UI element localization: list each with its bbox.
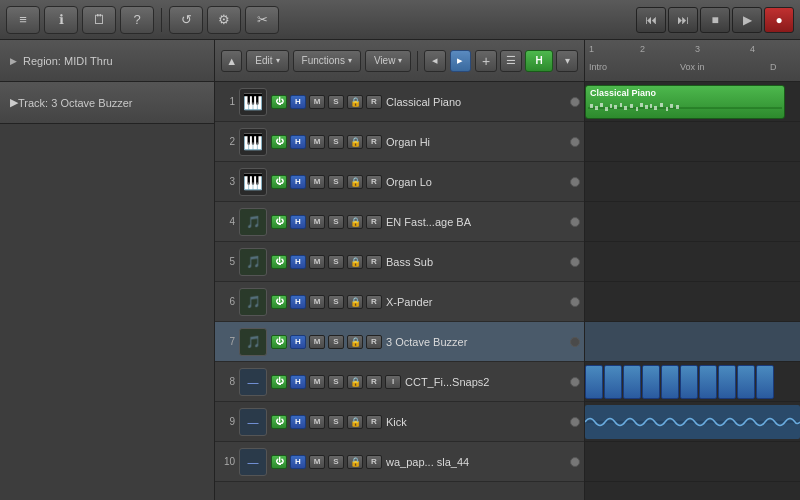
power-btn[interactable]: ⏻: [271, 175, 287, 189]
list-view-btn[interactable]: ☰: [500, 50, 522, 72]
h-ctrl-btn[interactable]: H: [290, 375, 306, 389]
s-ctrl-btn[interactable]: S: [328, 175, 344, 189]
s-ctrl-btn[interactable]: S: [328, 255, 344, 269]
r-ctrl-btn[interactable]: R: [366, 295, 382, 309]
h-ctrl-btn[interactable]: H: [290, 175, 306, 189]
lock-btn[interactable]: 🔒: [347, 335, 363, 349]
info-icon-btn[interactable]: ℹ: [44, 6, 78, 34]
m-ctrl-btn[interactable]: M: [309, 455, 325, 469]
r-ctrl-btn[interactable]: R: [366, 95, 382, 109]
m-ctrl-btn[interactable]: M: [309, 335, 325, 349]
note-icon-btn[interactable]: 🗒: [82, 6, 116, 34]
blue-block[interactable]: [585, 365, 603, 399]
m-ctrl-btn[interactable]: M: [309, 95, 325, 109]
record-btn[interactable]: ●: [764, 7, 794, 33]
blue-block[interactable]: [642, 365, 660, 399]
power-btn[interactable]: ⏻: [271, 255, 287, 269]
table-row[interactable]: 4 🎵 ⏻ H M S 🔒 R EN Fast...age BA: [215, 202, 584, 242]
up-arrow-btn[interactable]: ▲: [221, 50, 242, 72]
arrow-left-btn[interactable]: ◂: [424, 50, 445, 72]
h-ctrl-btn[interactable]: H: [290, 255, 306, 269]
m-ctrl-btn[interactable]: M: [309, 135, 325, 149]
lock-btn[interactable]: 🔒: [347, 175, 363, 189]
power-btn[interactable]: ⏻: [271, 375, 287, 389]
table-row[interactable]: 9 — ⏻ H M S 🔒 R Kick: [215, 402, 584, 442]
power-btn[interactable]: ⏻: [271, 415, 287, 429]
blue-block[interactable]: [737, 365, 755, 399]
m-ctrl-btn[interactable]: M: [309, 215, 325, 229]
r-ctrl-btn[interactable]: R: [366, 455, 382, 469]
lock-btn[interactable]: 🔒: [347, 255, 363, 269]
arrow-right-btn[interactable]: ▸: [450, 50, 471, 72]
h-ctrl-btn[interactable]: H: [290, 215, 306, 229]
h-btn[interactable]: H: [525, 50, 553, 72]
m-ctrl-btn[interactable]: M: [309, 295, 325, 309]
undo-icon-btn[interactable]: ↺: [169, 6, 203, 34]
i-ctrl-btn[interactable]: I: [385, 375, 401, 389]
play-btn[interactable]: ▶: [732, 7, 762, 33]
rewind-btn[interactable]: ⏮: [636, 7, 666, 33]
table-row[interactable]: 3 🎹 ⏻ H M S 🔒 R Organ Lo: [215, 162, 584, 202]
power-btn[interactable]: ⏻: [271, 455, 287, 469]
s-ctrl-btn[interactable]: S: [328, 295, 344, 309]
help-icon-btn[interactable]: ?: [120, 6, 154, 34]
blue-block[interactable]: [661, 365, 679, 399]
table-row[interactable]: 7 🎵 ⏻ H M S 🔒 R 3 Octave Buzzer: [215, 322, 584, 362]
m-ctrl-btn[interactable]: M: [309, 175, 325, 189]
m-ctrl-btn[interactable]: M: [309, 375, 325, 389]
add-track-btn[interactable]: +: [475, 50, 497, 72]
power-btn[interactable]: ⏻: [271, 95, 287, 109]
r-ctrl-btn[interactable]: R: [366, 375, 382, 389]
lock-btn[interactable]: 🔒: [347, 135, 363, 149]
table-row[interactable]: 1 🎹 ⏻ H M S 🔒 R Classical Piano: [215, 82, 584, 122]
blue-block[interactable]: [604, 365, 622, 399]
edit-btn[interactable]: Edit ▾: [246, 50, 288, 72]
h-ctrl-btn[interactable]: H: [290, 335, 306, 349]
scissors-icon-btn[interactable]: ✂: [245, 6, 279, 34]
forward-btn[interactable]: ⏭: [668, 7, 698, 33]
blue-block[interactable]: [699, 365, 717, 399]
power-btn[interactable]: ⏻: [271, 295, 287, 309]
lock-btn[interactable]: 🔒: [347, 215, 363, 229]
h-ctrl-btn[interactable]: H: [290, 415, 306, 429]
lock-btn[interactable]: 🔒: [347, 415, 363, 429]
s-ctrl-btn[interactable]: S: [328, 95, 344, 109]
table-row[interactable]: 10 — ⏻ H M S 🔒 R wa_pap... sla_44: [215, 442, 584, 482]
m-ctrl-btn[interactable]: M: [309, 415, 325, 429]
s-ctrl-btn[interactable]: S: [328, 415, 344, 429]
lock-btn[interactable]: 🔒: [347, 295, 363, 309]
blue-block[interactable]: [756, 365, 774, 399]
power-btn[interactable]: ⏻: [271, 215, 287, 229]
table-row[interactable]: 8 — ⏻ H M S 🔒 R I CCT_Fi...Snaps2: [215, 362, 584, 402]
s-ctrl-btn[interactable]: S: [328, 215, 344, 229]
blue-block[interactable]: [623, 365, 641, 399]
s-ctrl-btn[interactable]: S: [328, 455, 344, 469]
power-btn[interactable]: ⏻: [271, 335, 287, 349]
r-ctrl-btn[interactable]: R: [366, 255, 382, 269]
s-ctrl-btn[interactable]: S: [328, 135, 344, 149]
s-ctrl-btn[interactable]: S: [328, 335, 344, 349]
blue-block[interactable]: [718, 365, 736, 399]
settings-icon-btn[interactable]: ⚙: [207, 6, 241, 34]
h-ctrl-btn[interactable]: H: [290, 135, 306, 149]
r-ctrl-btn[interactable]: R: [366, 135, 382, 149]
stop-btn[interactable]: ■: [700, 7, 730, 33]
table-row[interactable]: 6 🎵 ⏻ H M S 🔒 R X-Pander: [215, 282, 584, 322]
list-icon-btn[interactable]: ≡: [6, 6, 40, 34]
table-row[interactable]: 2 🎹 ⏻ H M S 🔒 R Organ Hi: [215, 122, 584, 162]
track-scroll-area[interactable]: 1 🎹 ⏻ H M S 🔒 R Classical Piano 2 🎹 ⏻: [215, 82, 584, 500]
blue-block[interactable]: [680, 365, 698, 399]
h-ctrl-btn[interactable]: H: [290, 295, 306, 309]
lock-btn[interactable]: 🔒: [347, 455, 363, 469]
h-ctrl-btn[interactable]: H: [290, 455, 306, 469]
view-btn[interactable]: View ▾: [365, 50, 412, 72]
r-ctrl-btn[interactable]: R: [366, 175, 382, 189]
functions-btn[interactable]: Functions ▾: [293, 50, 361, 72]
lock-btn[interactable]: 🔒: [347, 95, 363, 109]
r-ctrl-btn[interactable]: R: [366, 215, 382, 229]
r-ctrl-btn[interactable]: R: [366, 335, 382, 349]
table-row[interactable]: 5 🎵 ⏻ H M S 🔒 R Bass Sub: [215, 242, 584, 282]
s-ctrl-btn[interactable]: S: [328, 375, 344, 389]
timeline-scroll-area[interactable]: Classical Piano: [585, 82, 800, 500]
power-btn[interactable]: ⏻: [271, 135, 287, 149]
